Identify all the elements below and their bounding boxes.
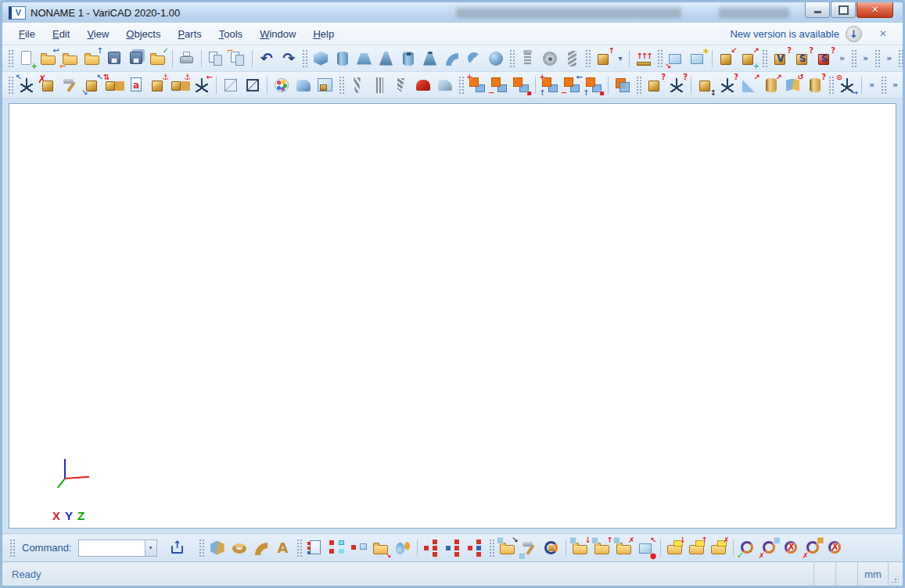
thread-icon[interactable]	[369, 75, 390, 95]
distance-query-icon[interactable]: ?	[717, 75, 738, 95]
run-command-icon[interactable]: ↑	[167, 538, 188, 558]
close-file-icon[interactable]: ←	[60, 48, 81, 69]
helix-icon[interactable]	[347, 75, 368, 95]
download-update-button[interactable]: ↓	[846, 26, 862, 42]
toolbar-grip[interactable]	[851, 49, 857, 68]
cancel-command-icon[interactable]: ✗	[781, 538, 802, 558]
menu-help[interactable]: Help	[304, 25, 343, 43]
solid-gear-icon[interactable]	[540, 48, 560, 69]
surface-query-colored-icon[interactable]: S?	[814, 48, 835, 69]
copy-icon[interactable]	[206, 48, 226, 69]
flip-direction-icon[interactable]: ↺	[783, 75, 803, 95]
drawing-canvas[interactable]: XYZ	[9, 103, 896, 529]
toolbar-grip[interactable]	[339, 76, 344, 95]
fillet-edges-icon[interactable]	[413, 75, 433, 95]
toolbar-overflow-chevron[interactable]: »	[892, 81, 898, 89]
toolbar-grip[interactable]	[874, 49, 880, 68]
insert-2d-view-icon[interactable]: ↙	[716, 48, 737, 69]
transform-query-icon[interactable]: ?	[666, 75, 687, 95]
load-part-icon[interactable]: ↓■	[570, 538, 591, 558]
edit-solid-icon[interactable]	[60, 75, 81, 95]
new-file-icon[interactable]: +	[16, 48, 37, 69]
toolbar-grip[interactable]	[585, 49, 591, 68]
export-view-icon[interactable]: ↘	[371, 538, 391, 558]
toolbar-grip[interactable]	[657, 49, 663, 68]
solid-to-2d-icon[interactable]: ↘	[666, 48, 686, 69]
plane-direction-icon[interactable]: ↗	[739, 75, 760, 95]
axis-direction-icon[interactable]: ↗	[761, 75, 781, 95]
toolbar-grip[interactable]	[762, 49, 767, 68]
thread-end-icon[interactable]	[391, 75, 411, 95]
cancel-all-icon[interactable]: ✗	[825, 538, 846, 558]
title-bar[interactable]: V NONAME 1 - VariCAD 2020-1.00 ✕	[2, 2, 903, 23]
solid-box-icon[interactable]	[311, 48, 331, 69]
toolbar-grip[interactable]	[302, 49, 307, 68]
move-coordinate-system-icon[interactable]: →⊙	[837, 75, 857, 95]
surface-query-icon[interactable]: S?	[792, 48, 813, 69]
command-dropdown-caret[interactable]: ▾	[145, 540, 156, 556]
toolbar-grip[interactable]	[828, 76, 834, 95]
undo-icon[interactable]: ↶	[257, 48, 277, 69]
volume-query-icon[interactable]: V?	[770, 48, 791, 69]
toolbar-grip[interactable]	[8, 76, 13, 95]
lift-solid-icon[interactable]: ↑↑↑	[634, 48, 654, 69]
selection-add-icon[interactable]: ←	[192, 75, 212, 95]
save-and-close-icon[interactable]: ✓	[148, 48, 168, 69]
boolean-union-icon[interactable]: +	[467, 75, 487, 95]
part-tools-icon[interactable]: ■	[519, 538, 540, 558]
replace-part-icon[interactable]: ↖●	[636, 538, 656, 558]
menu-edit[interactable]: Edit	[44, 25, 78, 43]
toolbar-overflow-chevron[interactable]: »	[839, 54, 845, 63]
solid-pipe-segment-icon[interactable]	[464, 48, 484, 69]
delete-solid-icon[interactable]: ✗	[38, 75, 59, 95]
assembly-tree-mixed-icon[interactable]	[465, 538, 486, 558]
rotate-part-icon[interactable]	[541, 538, 562, 558]
chamfer-edges-icon[interactable]	[435, 75, 455, 95]
toolbar-grip[interactable]	[489, 539, 494, 558]
minimize-button[interactable]	[805, 2, 830, 18]
command-input[interactable]	[79, 541, 145, 555]
restore-button[interactable]	[831, 2, 856, 18]
toolbar-grip[interactable]	[458, 76, 464, 95]
boolean-union-move-icon[interactable]: +↑	[540, 75, 560, 95]
toolbar-grip[interactable]	[199, 539, 204, 558]
print-icon[interactable]	[177, 48, 197, 69]
menu-file[interactable]: File	[10, 25, 44, 43]
extrude-options-icon[interactable]: ▾	[616, 48, 625, 69]
boolean-intersect-move-icon[interactable]: ▪↑	[584, 75, 604, 95]
solid-display-icon[interactable]	[207, 538, 228, 558]
toolbar-overflow-chevron[interactable]: »	[886, 54, 892, 63]
solid-cone-icon[interactable]	[376, 48, 397, 69]
wireframe-edges-view-icon[interactable]	[242, 75, 263, 95]
cancel-selection-icon[interactable]: ✗■	[803, 538, 824, 558]
load-panel-icon[interactable]: ↓	[665, 538, 685, 558]
solid-attributes-icon[interactable]: a	[126, 75, 146, 95]
fix-solid-icon[interactable]: ⚓	[148, 75, 168, 95]
solid-cylinder-icon[interactable]	[332, 48, 353, 69]
redo-icon[interactable]: ↷	[278, 48, 299, 69]
solid-pipe-elbow-icon[interactable]	[442, 48, 462, 69]
selection-mode-icon[interactable]: ↖	[16, 75, 37, 95]
solid-tube-icon[interactable]	[398, 48, 418, 69]
toolbar-overflow-chevron[interactable]: »	[863, 54, 868, 63]
transparency-icon[interactable]	[315, 75, 336, 95]
bent-pipe-icon[interactable]	[251, 538, 271, 558]
solid-bolt-icon[interactable]	[518, 48, 538, 69]
cylinder-query-icon[interactable]: ?	[805, 75, 825, 95]
assembly-tree-icon[interactable]	[422, 538, 442, 558]
toolbar-overflow-chevron[interactable]: »	[869, 81, 874, 89]
toolbar-grip[interactable]	[9, 539, 15, 558]
stretch-solids-icon[interactable]: ⇅	[104, 75, 124, 95]
bill-of-material-icon[interactable]	[305, 538, 325, 558]
menu-parts[interactable]: Parts	[169, 25, 210, 43]
confirm-icon[interactable]: ✓	[738, 538, 758, 558]
toolbar-grip[interactable]	[8, 49, 13, 68]
save-panel-icon[interactable]: ↑	[687, 538, 707, 558]
delete-panel-icon[interactable]: ✗	[709, 538, 729, 558]
boolean-intersect-icon[interactable]: ▪	[511, 75, 531, 95]
menu-tools[interactable]: Tools	[210, 25, 251, 43]
boolean-subtract-move-icon[interactable]: −←	[562, 75, 582, 95]
close-button[interactable]: ✕	[857, 2, 893, 18]
solid-hollow-cone-icon[interactable]	[420, 48, 440, 69]
menu-view[interactable]: View	[78, 25, 117, 43]
